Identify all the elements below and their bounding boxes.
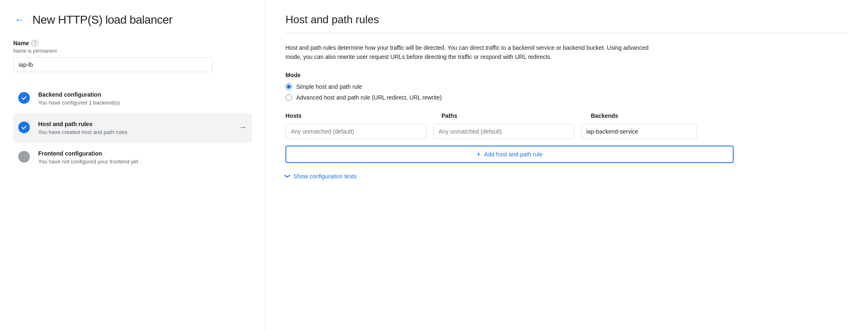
backends-input[interactable] xyxy=(581,124,697,139)
radio-advanced-label: Advanced host and path rule (URL redirec… xyxy=(296,94,442,101)
step-backend-title: Backend configuration xyxy=(38,91,247,98)
table-section: Hosts Paths Backends xyxy=(285,112,848,139)
check-circle-host-path xyxy=(18,122,30,133)
radio-advanced-input[interactable] xyxy=(285,94,292,101)
name-input[interactable] xyxy=(13,57,212,72)
show-config-link[interactable]: ❯ Show configuration tests xyxy=(285,173,848,180)
name-label-text: Name xyxy=(13,40,29,46)
config-steps: Backend configuration You have configure… xyxy=(13,84,252,172)
grey-circle-frontend xyxy=(18,151,30,163)
col-paths-header: Paths xyxy=(435,112,584,121)
col-hosts-header: Hosts xyxy=(285,112,435,121)
step-host-path-arrow: → xyxy=(239,122,247,132)
page-title: New HTTP(S) load balancer xyxy=(32,13,173,27)
step-frontend-desc: You have not configured your frontend ye… xyxy=(38,158,247,165)
left-panel: ← New HTTP(S) load balancer Name ? Name … xyxy=(0,0,266,331)
step-frontend-content: Frontend configuration You have not conf… xyxy=(38,150,247,165)
add-rule-label: Add host and path rule xyxy=(484,151,543,158)
step-host-path-content: Host and path rules You have created hos… xyxy=(38,121,230,135)
add-rule-button[interactable]: + Add host and path rule xyxy=(285,146,734,163)
table-header-row: Hosts Paths Backends xyxy=(285,112,848,121)
radio-simple[interactable]: Simple host and path rule xyxy=(285,83,848,90)
step-host-path-title: Host and path rules xyxy=(38,121,230,127)
hosts-input[interactable] xyxy=(285,124,427,139)
step-host-path[interactable]: Host and path rules You have created hos… xyxy=(13,113,252,143)
step-frontend-title: Frontend configuration xyxy=(38,150,247,157)
radio-group: Simple host and path rule Advanced host … xyxy=(285,83,848,101)
right-panel-title: Host and path rules xyxy=(285,13,848,26)
check-circle-backend xyxy=(18,92,30,104)
app-container: ← New HTTP(S) load balancer Name ? Name … xyxy=(0,0,868,331)
step-host-path-icon xyxy=(18,122,30,133)
col-backends-header: Backends xyxy=(584,112,848,121)
step-host-path-desc: You have created host and path rules xyxy=(38,129,230,135)
step-backend-content: Backend configuration You have configure… xyxy=(38,91,247,106)
mode-label: Mode xyxy=(285,72,848,78)
radio-simple-input[interactable] xyxy=(285,83,292,90)
description-text: Host and path rules determine how your t… xyxy=(285,43,659,62)
table-data-row xyxy=(285,124,848,139)
name-field-subtitle: Name is permanent xyxy=(13,48,252,54)
name-field-label: Name ? xyxy=(13,40,252,46)
right-panel: Host and path rules Host and path rules … xyxy=(266,0,868,331)
step-frontend-icon xyxy=(18,151,30,163)
step-backend-desc: You have configured 1 backend(s) xyxy=(38,100,247,106)
show-config-label: Show configuration tests xyxy=(293,173,357,180)
step-backend-icon xyxy=(18,92,30,104)
back-button[interactable]: ← xyxy=(13,14,26,26)
chevron-down-icon: ❯ xyxy=(285,174,291,178)
page-header: ← New HTTP(S) load balancer xyxy=(13,13,252,27)
radio-advanced[interactable]: Advanced host and path rule (URL redirec… xyxy=(285,94,848,101)
name-section: Name ? Name is permanent xyxy=(13,40,252,72)
add-icon: + xyxy=(476,151,481,158)
step-backend[interactable]: Backend configuration You have configure… xyxy=(13,84,252,113)
radio-simple-label: Simple host and path rule xyxy=(296,83,362,90)
title-divider xyxy=(285,33,848,33)
paths-input[interactable] xyxy=(433,124,574,139)
step-frontend[interactable]: Frontend configuration You have not conf… xyxy=(13,143,252,172)
name-help-icon[interactable]: ? xyxy=(32,40,38,46)
